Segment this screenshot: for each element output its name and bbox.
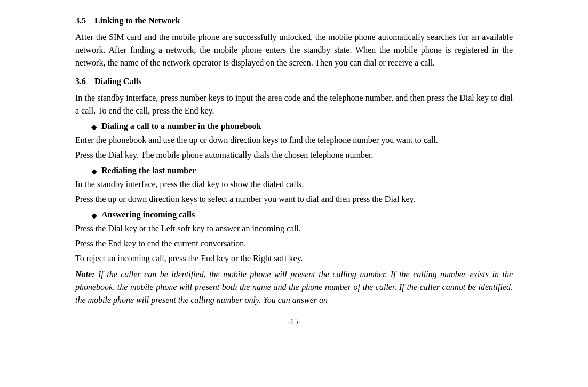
diamond-icon-2: ◆ <box>91 167 97 176</box>
section-36-heading: 3.6 Dialing Calls <box>75 77 513 86</box>
section-35-heading: 3.5 Linking to the Network <box>75 16 513 26</box>
note-label: Note: <box>75 270 94 279</box>
bullet-redial-line1: In the standby interface, press the dial… <box>75 178 513 191</box>
note-body: If the caller can be identified, the mob… <box>75 270 513 304</box>
page-number: -15- <box>75 317 513 326</box>
bullet-label-redial: Redialing the last number <box>101 166 196 175</box>
bullet-item-redial: ◆ Redialing the last number <box>91 166 513 176</box>
section-36-intro: In the standby interface, press number k… <box>75 92 513 117</box>
bullet-phonebook-line1: Enter the phonebook and use the up or do… <box>75 134 513 147</box>
bullet-label-answer: Answering incoming calls <box>101 210 195 220</box>
section-36-title: Dialing Calls <box>94 77 141 86</box>
section-35-number: 3.5 <box>75 16 86 26</box>
section-35-body: After the SIM card and the mobile phone … <box>75 31 513 69</box>
diamond-icon-1: ◆ <box>91 123 97 132</box>
section-36-number: 3.6 <box>75 77 86 86</box>
bullet-item-answer: ◆ Answering incoming calls <box>91 210 513 220</box>
page-container: 3.5 Linking to the Network After the SIM… <box>54 0 534 387</box>
bullet-answer-line2: Press the End key to end the current con… <box>75 237 513 250</box>
bullet-item-phonebook: ◆ Dialing a call to a number in the phon… <box>91 122 513 132</box>
bullet-answer-line3: To reject an incoming call, press the En… <box>75 252 513 265</box>
bullet-label-phonebook: Dialing a call to a number in the phoneb… <box>101 122 261 131</box>
diamond-icon-3: ◆ <box>91 211 97 220</box>
section-35-title: Linking to the Network <box>94 16 180 26</box>
note-paragraph: Note: If the caller can be identified, t… <box>75 268 513 307</box>
bullet-redial-line2: Press the up or down direction keys to s… <box>75 193 513 206</box>
bullet-answer-line1: Press the Dial key or the Left soft key … <box>75 222 513 235</box>
bullet-phonebook-line2: Press the Dial key. The mobile phone aut… <box>75 149 513 162</box>
